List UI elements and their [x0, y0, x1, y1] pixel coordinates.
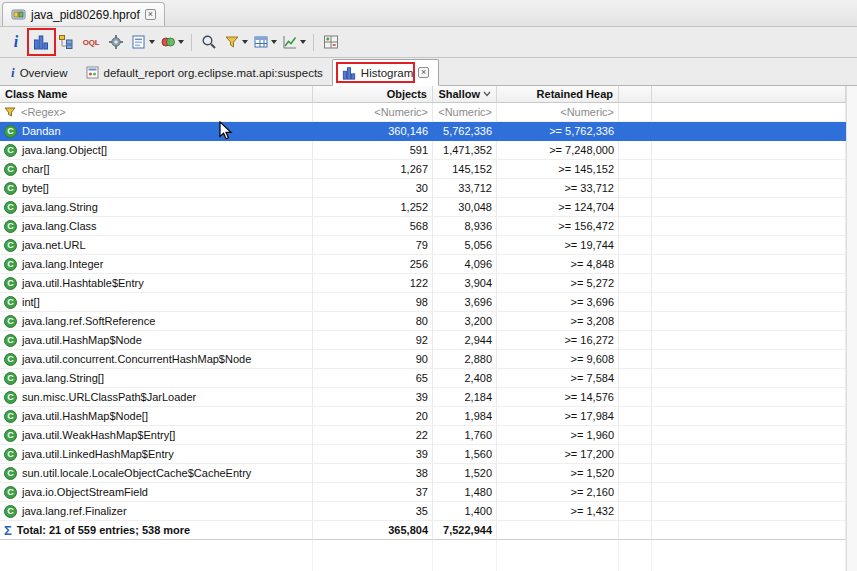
objects-cell[interactable]: 39 [313, 445, 433, 464]
settings-button[interactable] [104, 30, 128, 54]
col-objects[interactable]: Objects [313, 86, 433, 103]
class-name-cell[interactable]: Csun.misc.URLClassPath$JarLoader [0, 388, 313, 407]
shallow-cell[interactable]: 4,096 [433, 255, 497, 274]
close-icon[interactable]: × [145, 9, 156, 20]
col-shallow[interactable]: Shallow [433, 86, 497, 103]
objects-cell[interactable]: 568 [313, 217, 433, 236]
objects-cell[interactable]: 92 [313, 331, 433, 350]
objects-cell[interactable]: 37 [313, 483, 433, 502]
table-row[interactable]: Cjava.lang.String[]652,408>= 7,584 [0, 369, 846, 388]
table-row[interactable]: Cjava.lang.ref.SoftReference803,200>= 3,… [0, 312, 846, 331]
shallow-cell[interactable]: 5,056 [433, 236, 497, 255]
objects-cell[interactable]: 79 [313, 236, 433, 255]
table-row[interactable]: Cjava.lang.Class5688,936>= 156,472 [0, 217, 846, 236]
table-row[interactable]: Cchar[]1,267145,152>= 145,152 [0, 160, 846, 179]
retained-heap-cell[interactable]: >= 145,152 [497, 160, 619, 179]
search-button[interactable] [197, 30, 221, 54]
query-browser-button[interactable] [129, 30, 157, 54]
table-row[interactable]: Cint[]983,696>= 3,696 [0, 293, 846, 312]
oql-button[interactable]: OQL [79, 30, 103, 54]
class-name-cell[interactable]: Cjava.util.WeakHashMap$Entry[] [0, 426, 313, 445]
class-name-cell[interactable]: Cjava.util.concurrent.ConcurrentHashMap$… [0, 350, 313, 369]
compare-button[interactable] [319, 30, 343, 54]
tab-histogram[interactable]: Histogram × [332, 59, 439, 86]
table-row[interactable]: Cjava.util.HashMap$Node922,944>= 16,272 [0, 331, 846, 350]
shallow-cell[interactable]: 3,696 [433, 293, 497, 312]
expert-tests-button[interactable] [158, 30, 186, 54]
retained-heap-cell[interactable]: >= 17,984 [497, 407, 619, 426]
shallow-cell[interactable]: 5,762,336 [433, 122, 497, 141]
shallow-cell[interactable]: 3,200 [433, 312, 497, 331]
table-row[interactable]: Csun.misc.URLClassPath$JarLoader392,184>… [0, 388, 846, 407]
class-name-cell[interactable]: CDandan [0, 122, 313, 141]
class-name-cell[interactable]: Cjava.lang.ref.Finalizer [0, 502, 313, 521]
shallow-cell[interactable]: 30,048 [433, 198, 497, 217]
class-name-cell[interactable]: Cjava.lang.Integer [0, 255, 313, 274]
class-name-cell[interactable]: Cjava.util.Hashtable$Entry [0, 274, 313, 293]
retained-heap-cell[interactable]: >= 7,584 [497, 369, 619, 388]
table-row[interactable]: Cjava.lang.Integer2564,096>= 4,848 [0, 255, 846, 274]
shallow-cell[interactable]: 1,984 [433, 407, 497, 426]
objects-cell[interactable]: 20 [313, 407, 433, 426]
objects-cell[interactable]: 591 [313, 141, 433, 160]
class-name-cell[interactable]: Cjava.util.HashMap$Node [0, 331, 313, 350]
table-row[interactable]: Cjava.io.ObjectStreamField371,480>= 2,16… [0, 483, 846, 502]
retained-heap-cell[interactable]: >= 124,704 [497, 198, 619, 217]
table-row[interactable]: Csun.util.locale.LocaleObjectCache$Cache… [0, 464, 846, 483]
vertical-scrollbar[interactable] [846, 86, 857, 571]
objects-cell[interactable]: 360,146 [313, 122, 433, 141]
shallow-cell[interactable]: 1,480 [433, 483, 497, 502]
objects-cell[interactable]: 65 [313, 369, 433, 388]
retained-heap-cell[interactable]: >= 1,432 [497, 502, 619, 521]
retained-heap-cell[interactable]: >= 2,160 [497, 483, 619, 502]
retained-filter-cell[interactable]: <Numeric> [497, 103, 619, 122]
retained-heap-cell[interactable]: >= 17,200 [497, 445, 619, 464]
retained-heap-cell[interactable]: >= 9,608 [497, 350, 619, 369]
shallow-cell[interactable]: 2,184 [433, 388, 497, 407]
shallow-cell[interactable]: 1,760 [433, 426, 497, 445]
editor-tab-hprof[interactable]: java_pid80269.hprof × [2, 2, 165, 26]
table-row[interactable]: Cbyte[]3033,712>= 33,712 [0, 179, 846, 198]
table-row[interactable]: Cjava.util.HashMap$Node[]201,984>= 17,98… [0, 407, 846, 426]
table-row[interactable]: CDandan360,1465,762,336>= 5,762,336 [0, 122, 846, 141]
class-name-cell[interactable]: Cchar[] [0, 160, 313, 179]
shallow-cell[interactable]: 145,152 [433, 160, 497, 179]
table-row[interactable]: Cjava.lang.String1,25230,048>= 124,704 [0, 198, 846, 217]
shallow-cell[interactable]: 2,880 [433, 350, 497, 369]
class-name-cell[interactable]: Cjava.io.ObjectStreamField [0, 483, 313, 502]
objects-cell[interactable]: 80 [313, 312, 433, 331]
retained-heap-cell[interactable]: >= 4,848 [497, 255, 619, 274]
shallow-cell[interactable]: 1,471,352 [433, 141, 497, 160]
class-name-cell[interactable]: Cjava.lang.Object[] [0, 141, 313, 160]
objects-cell[interactable]: 35 [313, 502, 433, 521]
retained-heap-cell[interactable]: >= 1,520 [497, 464, 619, 483]
class-name-cell[interactable]: Cjava.util.LinkedHashMap$Entry [0, 445, 313, 464]
retained-heap-cell[interactable]: >= 5,272 [497, 274, 619, 293]
objects-cell[interactable]: 98 [313, 293, 433, 312]
close-icon[interactable]: × [418, 67, 429, 78]
retained-heap-cell[interactable]: >= 14,576 [497, 388, 619, 407]
table-row[interactable]: Cjava.util.WeakHashMap$Entry[]221,760>= … [0, 426, 846, 445]
table-row[interactable]: Cjava.net.URL795,056>= 19,744 [0, 236, 846, 255]
objects-cell[interactable]: 30 [313, 179, 433, 198]
retained-heap-cell[interactable]: >= 3,208 [497, 312, 619, 331]
shallow-cell[interactable]: 1,520 [433, 464, 497, 483]
group-by-button[interactable] [222, 30, 250, 54]
shallow-cell[interactable]: 3,904 [433, 274, 497, 293]
objects-cell[interactable]: 39 [313, 388, 433, 407]
retained-heap-cell[interactable]: >= 33,712 [497, 179, 619, 198]
objects-cell[interactable]: 1,252 [313, 198, 433, 217]
shallow-filter-cell[interactable]: <Numeric> [433, 103, 497, 122]
class-name-cell[interactable]: Cjava.lang.Class [0, 217, 313, 236]
objects-cell[interactable]: 90 [313, 350, 433, 369]
class-name-cell[interactable]: Cjava.net.URL [0, 236, 313, 255]
retained-heap-cell[interactable]: >= 3,696 [497, 293, 619, 312]
info-button[interactable]: i [4, 30, 28, 54]
retained-heap-cell[interactable]: >= 7,248,000 [497, 141, 619, 160]
objects-cell[interactable]: 1,267 [313, 160, 433, 179]
histogram-button[interactable] [29, 30, 53, 54]
class-name-cell[interactable]: Cjava.lang.String [0, 198, 313, 217]
retained-heap-cell[interactable]: >= 1,960 [497, 426, 619, 445]
col-class-name[interactable]: Class Name [0, 86, 313, 103]
objects-cell[interactable]: 256 [313, 255, 433, 274]
